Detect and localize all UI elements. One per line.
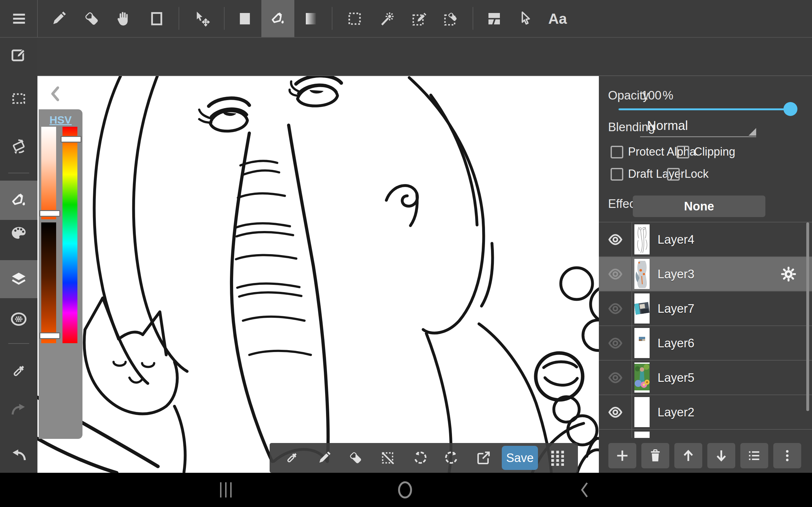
text-tool-button[interactable]: Aa — [541, 0, 574, 37]
lock-label: Lock — [684, 167, 709, 181]
redo-button[interactable] — [0, 393, 38, 426]
shape-tool-button[interactable] — [140, 0, 173, 37]
draft-layer-checkbox[interactable] — [611, 168, 623, 181]
home-icon — [397, 481, 413, 499]
pencil-icon — [50, 10, 67, 27]
layer-row[interactable]: Layer3 — [599, 257, 812, 291]
recent-apps-button[interactable] — [209, 473, 242, 507]
menu-button[interactable] — [3, 0, 36, 37]
deselect-button[interactable] — [373, 443, 402, 473]
layer-row[interactable]: Layer7 — [599, 291, 812, 326]
value-bar[interactable] — [41, 222, 56, 343]
layer-visibility-toggle[interactable] — [599, 395, 631, 429]
layer-row[interactable]: Layer6 — [599, 326, 812, 360]
layer-thumbnail — [635, 397, 650, 427]
layer-more-menu-button[interactable] — [773, 443, 801, 468]
redo-rotate-icon — [444, 450, 460, 466]
left-sidebar — [0, 38, 38, 473]
quick-pencil-button[interactable] — [310, 443, 339, 473]
opacity-slider-track[interactable] — [618, 108, 796, 110]
magic-wand-tool-button[interactable] — [371, 0, 404, 37]
toolbar-divider — [224, 7, 224, 30]
clipping-checkbox[interactable] — [676, 146, 689, 158]
fill-rect-tool-button[interactable] — [229, 0, 261, 37]
quick-undo-button[interactable] — [405, 443, 435, 473]
canvas-artwork — [38, 76, 599, 473]
collapse-panel-button[interactable] — [48, 85, 62, 103]
layer-row-partial[interactable] — [599, 430, 812, 438]
layer-visibility-toggle[interactable] — [599, 326, 631, 360]
undo-button[interactable] — [0, 438, 38, 471]
panel-divide-icon — [486, 10, 503, 27]
move-tool-button[interactable] — [186, 0, 219, 37]
screentone-button[interactable] — [0, 302, 38, 336]
layer-visibility-toggle[interactable] — [599, 222, 631, 257]
layer-thumbnail — [635, 328, 650, 358]
delete-layer-button[interactable] — [641, 443, 669, 468]
layer-list-options-button[interactable] — [740, 443, 768, 468]
gradient-tool-button[interactable] — [294, 0, 327, 37]
quick-eraser-button[interactable] — [341, 443, 370, 473]
selection-rect-icon — [346, 10, 363, 27]
quick-redo-button[interactable] — [437, 443, 466, 473]
hand-tool-button[interactable] — [107, 0, 140, 37]
export-button[interactable] — [469, 443, 498, 473]
quick-eyedropper-button[interactable] — [277, 443, 306, 473]
back-button[interactable] — [568, 473, 601, 507]
value-slider-handle[interactable] — [39, 332, 60, 339]
hue-bar[interactable] — [62, 127, 78, 343]
move-layer-up-button[interactable] — [674, 443, 702, 468]
saturation-slider-handle[interactable] — [39, 210, 60, 217]
drawing-canvas[interactable] — [38, 76, 599, 473]
select-pen-tool-button[interactable] — [403, 0, 436, 37]
hsv-title[interactable]: HSV — [39, 114, 83, 126]
home-button[interactable] — [389, 473, 421, 507]
layer-visibility-toggle[interactable] — [599, 360, 631, 395]
sidebar-bucket-button[interactable] — [0, 181, 38, 220]
hamburger-icon — [10, 10, 28, 27]
layer-list-scrollbar[interactable] — [806, 222, 809, 411]
add-layer-button[interactable] — [608, 443, 636, 468]
eyedropper-button[interactable] — [0, 354, 38, 388]
opacity-slider-thumb[interactable] — [783, 102, 798, 116]
toolbar-drag-handle[interactable] — [543, 443, 572, 473]
protect-alpha-checkbox[interactable] — [611, 146, 623, 158]
divide-tool-button[interactable] — [478, 0, 511, 37]
paint-bucket-icon — [269, 10, 287, 27]
hue-slider-handle[interactable] — [61, 136, 82, 143]
quick-toolbar: Save — [270, 443, 578, 473]
pencil-tool-button[interactable] — [42, 0, 75, 37]
lock-checkbox[interactable] — [667, 168, 680, 181]
gradient-icon — [302, 10, 319, 27]
select-rect-tool-button[interactable] — [338, 0, 371, 37]
layer-visibility-toggle[interactable] — [599, 291, 631, 326]
move-layer-down-button[interactable] — [707, 443, 735, 468]
clipping-label: Clipping — [694, 145, 735, 158]
edit-canvas-button[interactable] — [0, 38, 38, 71]
hand-icon — [114, 10, 132, 27]
eraser-tool-button[interactable] — [75, 0, 108, 37]
layer-settings-gear-icon[interactable] — [780, 265, 798, 283]
layer-row[interactable]: Layer5 — [599, 360, 812, 395]
bucket-tool-button[interactable] — [261, 0, 294, 37]
layer-row[interactable]: Layer4 — [599, 222, 812, 257]
layer-row[interactable]: Layer2 — [599, 395, 812, 430]
chevron-left-icon — [48, 85, 62, 103]
layers-panel-button[interactable] — [0, 260, 38, 298]
palette-button[interactable] — [0, 217, 38, 250]
effect-value: None — [684, 200, 714, 213]
save-button[interactable]: Save — [502, 446, 538, 470]
rotate-canvas-button[interactable] — [0, 130, 38, 163]
effect-button[interactable]: None — [633, 195, 765, 217]
arrow-down-icon — [713, 448, 729, 464]
sidebar-select-button[interactable] — [0, 82, 38, 115]
selection-rect-icon — [10, 90, 28, 107]
operation-cursor-button[interactable] — [509, 0, 542, 37]
saturation-bar[interactable] — [41, 127, 56, 219]
eraser-icon — [84, 10, 101, 27]
trash-icon — [648, 448, 663, 463]
layer-visibility-toggle[interactable] — [599, 257, 631, 291]
select-eraser-tool-button[interactable] — [435, 0, 467, 37]
blending-select[interactable]: Normal — [640, 117, 756, 137]
list-icon — [746, 448, 762, 464]
